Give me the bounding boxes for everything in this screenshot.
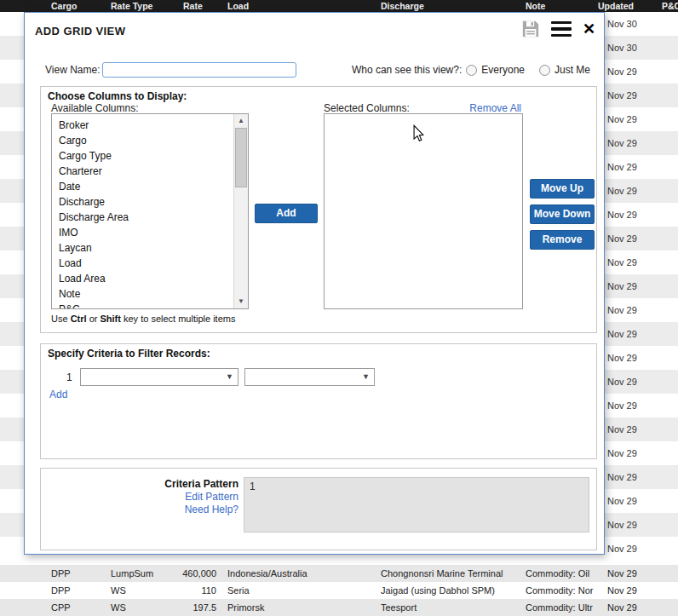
scrollbar-thumb[interactable] [235, 128, 247, 187]
criteria-row-number: 1 [66, 371, 72, 383]
rate-cell: 197.5 [179, 599, 223, 616]
reorder-buttons: Move Up Move Down Remove [530, 179, 595, 256]
mouse-cursor [413, 124, 424, 142]
cargo-cell: DPP [47, 582, 106, 599]
move-up-button[interactable]: Move Up [530, 179, 595, 199]
available-column-option[interactable]: Load [52, 256, 233, 271]
chevron-down-icon: ▼ [362, 372, 370, 381]
column-header[interactable]: P&C [658, 0, 678, 12]
column-header[interactable]: Rate [179, 0, 223, 12]
choose-columns-section: Choose Columns to Display: Available Col… [40, 86, 597, 333]
listbox-scrollbar[interactable]: ▲ ▼ [233, 114, 248, 308]
note-cell: Commodity: Oil [521, 565, 594, 582]
view-name-label: View Name: [45, 64, 100, 76]
criteria-pattern-section: Criteria Pattern Edit Pattern Need Help?… [40, 468, 597, 550]
menu-bar [551, 21, 572, 25]
need-help-link[interactable]: Need Help? [185, 504, 238, 515]
add-column-button[interactable]: Add [255, 204, 318, 223]
multiselect-hint: Use Ctrl or Shift key to select multiple… [51, 314, 235, 324]
updated-cell: Nov 29 [607, 346, 637, 370]
everyone-radio[interactable] [466, 65, 477, 76]
table-row[interactable]: DPP LumpSum 460,000 Indonesia/Australia … [0, 565, 678, 582]
filter-criteria-section: Specify Criteria to Filter Records: 1 ▼ … [40, 343, 597, 459]
discharge-cell: Jaigad (using Dabhol SPM) [376, 582, 521, 599]
chevron-down-icon: ▼ [226, 372, 233, 381]
column-header[interactable]: Load [223, 0, 376, 12]
available-column-option[interactable]: Date [52, 179, 233, 194]
updated-cell: Nov 29 [607, 441, 637, 465]
criteria-operator-select[interactable]: ▼ [244, 368, 375, 386]
updated-cell: Nov 29 [594, 565, 658, 582]
add-criteria-link[interactable]: Add [49, 389, 67, 400]
available-column-option[interactable]: Broker [52, 118, 233, 133]
shift-key-label: Shift [100, 314, 120, 324]
discharge-cell: Teesport [376, 599, 521, 616]
rate-type-cell: LumpSum [106, 565, 179, 582]
available-columns-listbox[interactable]: Broker Cargo Cargo Type Charterer Date D… [51, 113, 249, 309]
available-column-option[interactable]: IMO [52, 225, 233, 240]
available-column-option[interactable]: Laycan [52, 240, 233, 256]
close-icon[interactable]: ✕ [583, 20, 595, 38]
scroll-up-icon[interactable]: ▲ [234, 114, 248, 128]
visibility-group: Who can see this view?: Everyone Just Me [352, 64, 590, 76]
edit-pattern-link[interactable]: Edit Pattern [185, 491, 238, 503]
menu-icon[interactable] [551, 21, 572, 37]
available-column-option[interactable]: P&C [52, 302, 233, 308]
scroll-down-icon[interactable]: ▼ [234, 295, 248, 308]
note-cell: Commodity: Nor [521, 582, 594, 599]
available-column-option[interactable]: Cargo Type [52, 148, 233, 164]
pc-cell [658, 599, 678, 616]
updated-cell: Nov 29 [607, 131, 637, 155]
column-header[interactable]: Rate Type [106, 0, 179, 12]
updated-cell: Nov 29 [607, 394, 637, 417]
updated-cell: Nov 29 [607, 537, 637, 561]
available-columns-list: Broker Cargo Cargo Type Charterer Date D… [52, 114, 233, 308]
column-header[interactable]: Updated [594, 0, 658, 12]
save-icon[interactable] [521, 20, 540, 38]
remove-button[interactable]: Remove [530, 230, 595, 250]
load-cell: Seria [223, 582, 376, 599]
load-cell: Primorsk [223, 599, 376, 616]
rate-type-cell: WS [106, 582, 179, 599]
selected-columns-label: Selected Columns: [324, 102, 410, 114]
criteria-pattern-label: Criteria Pattern [41, 479, 238, 490]
available-column-option[interactable]: Note [52, 286, 233, 302]
updated-cell: Nov 29 [607, 107, 637, 131]
updated-cell: Nov 30 [607, 36, 637, 60]
menu-bar [551, 27, 572, 31]
justme-label[interactable]: Just Me [554, 64, 590, 76]
column-header[interactable]: Discharge [376, 0, 521, 12]
discharge-cell: Chongnonsri Marine Terminal [376, 565, 521, 582]
column-header[interactable]: Note [521, 0, 594, 12]
remove-all-link[interactable]: Remove All [469, 102, 521, 114]
criteria-pattern-box: 1 [244, 477, 589, 533]
available-column-option[interactable]: Cargo [52, 133, 233, 148]
table-row[interactable]: DPP WS 110 Seria Jaigad (using Dabhol SP… [0, 582, 678, 599]
updated-cell: Nov 29 [607, 298, 637, 322]
available-column-option[interactable]: Discharge [52, 194, 233, 210]
available-column-option[interactable]: Discharge Area [52, 210, 233, 225]
available-column-option[interactable]: Charterer [52, 164, 233, 179]
hint-text: Use [51, 314, 71, 324]
cargo-cell: DPP [47, 565, 106, 582]
updated-cell: Nov 29 [607, 513, 637, 537]
everyone-label[interactable]: Everyone [481, 64, 525, 76]
grid-bottom-rows: DPP LumpSum 460,000 Indonesia/Australia … [0, 565, 678, 616]
updated-cell: Nov 29 [607, 250, 637, 274]
criteria-field-select[interactable]: ▼ [80, 368, 238, 386]
table-row[interactable]: CPP WS 197.5 Primorsk Teesport Commodity… [0, 599, 678, 616]
hint-text: key to select multiple items [121, 314, 236, 324]
note-cell: Commodity: Ultr [521, 599, 594, 616]
cargo-cell: CPP [47, 599, 106, 616]
move-down-button[interactable]: Move Down [530, 204, 595, 224]
available-column-option[interactable]: Load Area [52, 271, 233, 286]
load-cell: Indonesia/Australia [223, 565, 376, 582]
hint-text: or [87, 314, 101, 324]
view-name-input[interactable] [102, 62, 296, 78]
page: Cargo Rate Type Rate Load Discharge Note… [0, 0, 678, 616]
updated-cell: Nov 29 [607, 274, 637, 298]
justme-radio[interactable] [539, 65, 550, 76]
updated-cell: Nov 29 [607, 203, 637, 227]
column-header[interactable]: Cargo [47, 0, 106, 12]
selected-columns-listbox[interactable] [324, 113, 523, 309]
